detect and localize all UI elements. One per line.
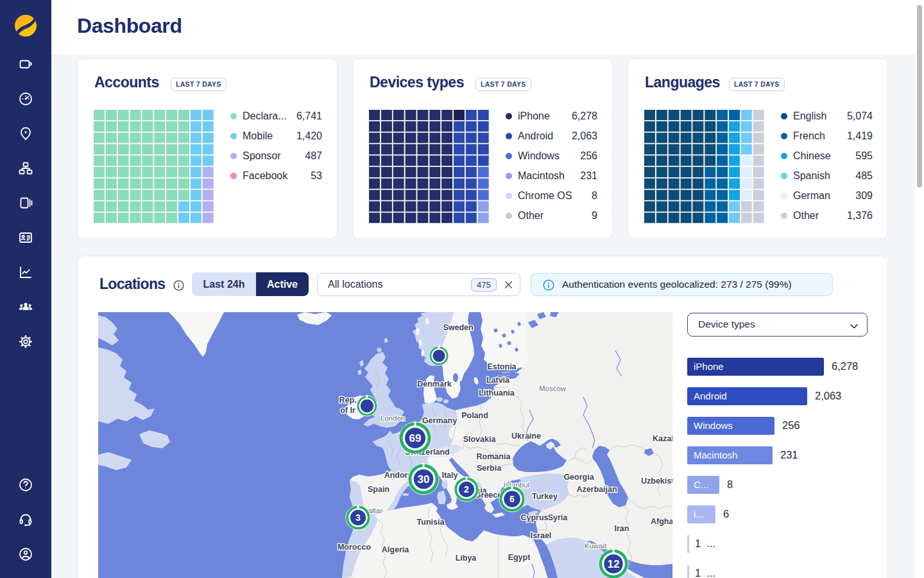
svg-text:6: 6	[509, 494, 515, 504]
svg-text:Lithuania: Lithuania	[479, 389, 515, 398]
svg-text:London: London	[381, 414, 405, 422]
svg-text:Azerbaijan: Azerbaijan	[576, 485, 617, 494]
svg-text:Turkey: Turkey	[532, 492, 558, 501]
svg-text:Latvia: Latvia	[486, 376, 510, 385]
svg-text:Israel: Israel	[531, 531, 552, 540]
svg-text:Denmark: Denmark	[417, 380, 452, 389]
svg-text:Algeria: Algeria	[382, 545, 409, 554]
svg-text:30: 30	[418, 473, 430, 486]
svg-text:Ukraine: Ukraine	[511, 432, 541, 441]
svg-text:Morocco: Morocco	[338, 543, 371, 552]
svg-text:Poland: Poland	[461, 411, 488, 420]
svg-text:Greece: Greece	[475, 491, 502, 500]
svg-text:Spain: Spain	[368, 485, 389, 494]
svg-text:Moscow: Moscow	[539, 385, 567, 392]
svg-text:Romania: Romania	[477, 452, 511, 461]
svg-text:Syria: Syria	[548, 513, 569, 522]
svg-text:Tunisia: Tunisia	[417, 518, 445, 527]
svg-text:69: 69	[409, 432, 422, 444]
svg-text:3: 3	[355, 512, 361, 523]
svg-text:Italy: Italy	[441, 471, 458, 480]
svg-text:Kazakhstan: Kazakhstan	[653, 434, 672, 443]
svg-text:Cyprus: Cyprus	[520, 513, 548, 522]
svg-text:Rep.: Rep.	[339, 396, 356, 405]
svg-text:Estonia: Estonia	[487, 362, 517, 371]
svg-text:12: 12	[608, 558, 620, 570]
svg-text:Libya: Libya	[456, 554, 477, 563]
svg-text:Uzbekistan: Uzbekistan	[641, 477, 672, 486]
svg-text:Egypt: Egypt	[508, 553, 531, 562]
svg-text:Sweden: Sweden	[443, 323, 473, 332]
svg-text:Georgia: Georgia	[563, 473, 594, 482]
svg-text:Serbia: Serbia	[477, 464, 502, 473]
svg-text:2: 2	[464, 484, 469, 495]
svg-text:Slovakia: Slovakia	[463, 435, 497, 444]
svg-text:Germany: Germany	[422, 416, 457, 425]
svg-text:Iran: Iran	[615, 524, 629, 533]
svg-text:Afghanistan: Afghanistan	[651, 517, 672, 526]
svg-text:of Ir: of Ir	[340, 406, 355, 415]
svg-text:Kuwait: Kuwait	[585, 542, 607, 550]
